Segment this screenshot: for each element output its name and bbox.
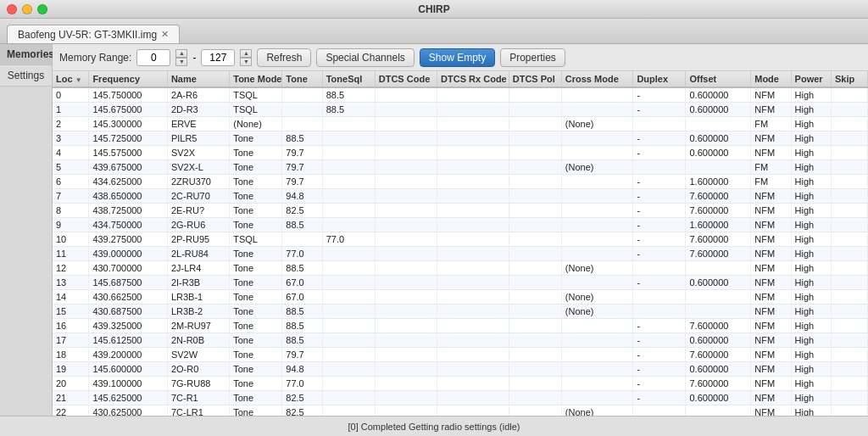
- table-row[interactable]: 11439.0000002L-RU84Tone77.0-7.600000NFMH…: [53, 247, 868, 261]
- table-row[interactable]: 5439.675000SV2X-LTone79.7(None)FMHigh: [53, 160, 868, 175]
- cell-loc: 2: [53, 117, 89, 131]
- cell-tmode: Tone: [230, 247, 282, 261]
- special-channels-button[interactable]: Special Channels: [316, 48, 414, 67]
- table-row[interactable]: 21145.6250007C-R1Tone82.5-0.600000NFMHig…: [53, 391, 868, 405]
- range-end-spinner[interactable]: ▲ ▼: [240, 49, 252, 66]
- col-header-mode[interactable]: Mode: [751, 71, 791, 87]
- cell-tonesql: [322, 276, 375, 290]
- table-row[interactable]: 0145.7500002A-R6TSQL88.5-0.600000NFMHigh: [53, 87, 868, 103]
- range-end-input[interactable]: [201, 49, 235, 66]
- show-empty-button[interactable]: Show Empty: [420, 48, 495, 67]
- cell-mode: NFM: [751, 377, 791, 391]
- range-start-input[interactable]: [136, 49, 170, 66]
- cell-dtcs: [375, 189, 437, 204]
- cell-cross: [561, 218, 633, 232]
- range-start-up[interactable]: ▲: [175, 49, 187, 58]
- col-header-frequency[interactable]: Frequency: [89, 71, 168, 87]
- table-row[interactable]: 13145.6875002I-R3BTone67.0-0.600000NFMHi…: [53, 276, 868, 290]
- cell-tone: 82.5: [282, 391, 322, 405]
- table-row[interactable]: 9434.7500002G-RU6Tone88.5-1.600000NFMHig…: [53, 218, 868, 232]
- table-row[interactable]: 6434.6250002ZRU370Tone79.7-1.600000FMHig…: [53, 175, 868, 189]
- cell-tone: 67.0: [282, 276, 322, 290]
- refresh-button[interactable]: Refresh: [257, 48, 311, 67]
- col-header-tone[interactable]: Tone: [282, 71, 322, 87]
- table-row[interactable]: 22430.6250007C-LR1Tone82.5(None)NFMHigh: [53, 405, 868, 416]
- table-row[interactable]: 17145.6125002N-R0BTone88.5-0.600000NFMHi…: [53, 333, 868, 348]
- col-header-tone-mode[interactable]: Tone Mode: [230, 71, 282, 87]
- cell-tmode: TSQL: [230, 232, 282, 247]
- maximize-button[interactable]: [37, 4, 47, 14]
- cell-mode: NFM: [751, 348, 791, 362]
- close-button[interactable]: [7, 4, 17, 14]
- cell-duplex: [633, 405, 686, 416]
- table-row[interactable]: 16439.3250002M-RU97Tone88.5-7.600000NFMH…: [53, 319, 868, 333]
- col-header-duplex[interactable]: Duplex: [633, 71, 686, 87]
- cell-dtcsrx: [437, 405, 509, 416]
- cell-duplex: -: [633, 103, 686, 117]
- col-header-dtcs-code[interactable]: DTCS Code: [375, 71, 437, 87]
- cell-name: 2O-R0: [167, 362, 229, 377]
- cell-dtcspol: [509, 377, 561, 391]
- col-header-offset[interactable]: Offset: [686, 71, 751, 87]
- cell-tone: [282, 117, 322, 131]
- table-row[interactable]: 7438.6500002C-RU70Tone94.8-7.600000NFMHi…: [53, 189, 868, 204]
- range-start-spinner[interactable]: ▲ ▼: [175, 49, 187, 66]
- col-header-loc[interactable]: Loc ▼: [53, 71, 89, 87]
- range-end-up[interactable]: ▲: [240, 49, 252, 58]
- cell-loc: 5: [53, 160, 89, 175]
- cell-tone: [282, 103, 322, 117]
- cell-loc: 6: [53, 175, 89, 189]
- table-row[interactable]: 2145.300000ERVE(None)(None)FMHigh: [53, 117, 868, 131]
- cell-offset: 1.600000: [686, 218, 751, 232]
- col-header-skip[interactable]: Skip: [832, 71, 868, 87]
- memory-table-container[interactable]: Loc ▼ Frequency Name Tone Mode Tone Tone…: [53, 71, 868, 416]
- tab-close-icon[interactable]: ✕: [161, 29, 169, 40]
- cell-name: SV2X: [167, 146, 229, 160]
- range-start-down[interactable]: ▼: [175, 58, 187, 66]
- cell-name: 2P-RU95: [167, 232, 229, 247]
- table-row[interactable]: 10439.2750002P-RU95TSQL77.0-7.600000NFMH…: [53, 232, 868, 247]
- cell-tone: 88.5: [282, 131, 322, 146]
- cell-cross: (None): [561, 261, 633, 276]
- cell-loc: 17: [53, 333, 89, 348]
- cell-freq: 430.700000: [89, 261, 168, 276]
- table-row[interactable]: 1145.6750002D-R3TSQL88.5-0.600000NFMHigh: [53, 103, 868, 117]
- col-header-cross-mode[interactable]: Cross Mode: [561, 71, 633, 87]
- cell-duplex: -: [633, 319, 686, 333]
- sidebar-item-memories[interactable]: Memories: [0, 44, 52, 65]
- col-header-name[interactable]: Name: [167, 71, 229, 87]
- col-header-dtcs-pol[interactable]: DTCS Pol: [509, 71, 561, 87]
- cell-tmode: Tone: [230, 189, 282, 204]
- cell-skip: [832, 333, 868, 348]
- cell-duplex: -: [633, 232, 686, 247]
- properties-button[interactable]: Properties: [500, 48, 565, 67]
- minimize-button[interactable]: [22, 4, 32, 14]
- table-row[interactable]: 18439.200000SV2WTone79.7-7.600000NFMHigh: [53, 348, 868, 362]
- table-row[interactable]: 12430.7000002J-LR4Tone88.5(None)NFMHigh: [53, 261, 868, 276]
- cell-dtcsrx: [437, 261, 509, 276]
- table-row[interactable]: 19145.6000002O-R0Tone94.8-0.600000NFMHig…: [53, 362, 868, 377]
- table-row[interactable]: 3145.725000PILR5Tone88.5-0.600000NFMHigh: [53, 131, 868, 146]
- table-row[interactable]: 15430.687500LR3B-2Tone88.5(None)NFMHigh: [53, 305, 868, 319]
- cell-cross: [561, 319, 633, 333]
- table-row[interactable]: 14430.662500LR3B-1Tone67.0(None)NFMHigh: [53, 290, 868, 305]
- table-row[interactable]: 4145.575000SV2XTone79.7-0.600000NFMHigh: [53, 146, 868, 160]
- col-header-tonesql[interactable]: ToneSql: [322, 71, 375, 87]
- cell-power: High: [791, 146, 831, 160]
- sidebar-item-settings[interactable]: Settings: [0, 65, 52, 87]
- table-row[interactable]: 20439.1000007G-RU88Tone77.0-7.600000NFMH…: [53, 377, 868, 391]
- cell-cross: (None): [561, 405, 633, 416]
- col-header-dtcs-rx-code[interactable]: DTCS Rx Code: [437, 71, 509, 87]
- cell-power: High: [791, 261, 831, 276]
- range-end-down[interactable]: ▼: [240, 58, 252, 66]
- table-row[interactable]: 8438.7250002E-RU?Tone82.5-7.600000NFMHig…: [53, 204, 868, 218]
- cell-dtcsrx: [437, 218, 509, 232]
- file-tab[interactable]: Baofeng UV-5R: GT-3MKII.img ✕: [7, 25, 180, 43]
- cell-skip: [832, 87, 868, 103]
- col-header-power[interactable]: Power: [791, 71, 831, 87]
- cell-tmode: Tone: [230, 362, 282, 377]
- cell-duplex: [633, 305, 686, 319]
- cell-offset: [686, 261, 751, 276]
- cell-tmode: Tone: [230, 261, 282, 276]
- cell-power: High: [791, 160, 831, 175]
